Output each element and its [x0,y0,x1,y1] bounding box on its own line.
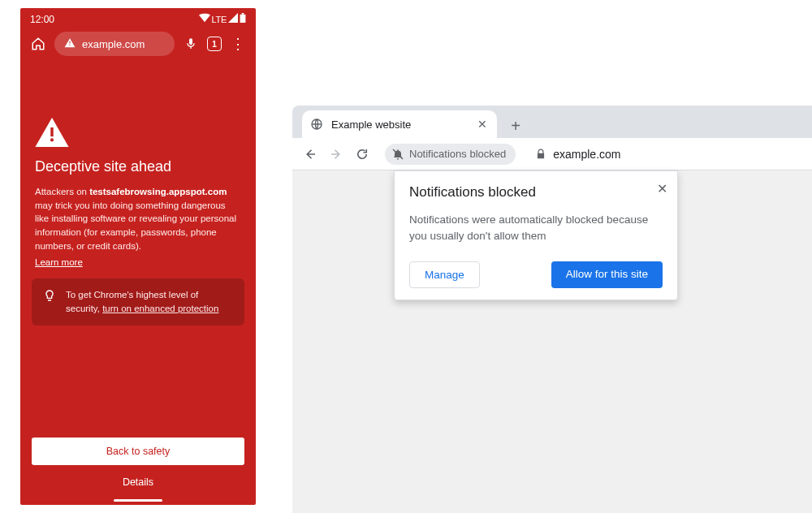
notifications-blocked-chip[interactable]: Notifications blocked [385,144,516,165]
omnibar: example.com 1 ⋮ [20,27,256,61]
back-icon[interactable] [302,146,318,162]
close-icon[interactable]: ✕ [657,181,667,196]
page-content: ✕ Notifications blocked Notifications we… [292,170,812,513]
home-icon[interactable] [30,36,46,52]
allow-button[interactable]: Allow for this site [551,261,663,288]
tab-count[interactable]: 1 [207,37,222,51]
svg-rect-0 [240,15,246,23]
warning-triangle-icon [35,118,69,147]
lte-label: LTE [212,15,227,24]
back-to-safety-button[interactable]: Back to safety [32,438,244,465]
svg-point-3 [50,138,54,141]
details-button[interactable]: Details [20,465,256,499]
globe-icon [310,118,323,131]
address-bar[interactable]: example.com [535,148,620,161]
lightbulb-icon [43,289,56,302]
wifi-icon [199,13,210,25]
mobile-warning-screen: 12:00 LTE example.com 1 ⋮ [20,8,256,505]
svg-rect-1 [242,13,244,15]
clock: 12:00 [30,14,54,25]
battery-icon [240,13,246,25]
url-bar[interactable]: example.com [54,32,175,56]
popover-body: Notifications were automatically blocked… [409,212,663,244]
notifications-blocked-popover: ✕ Notifications blocked Notifications we… [394,170,678,300]
bell-off-icon [391,148,404,161]
url-text: example.com [82,38,145,50]
toolbar: Notifications blocked example.com [292,138,812,170]
warning-headline: Deceptive site ahead [35,158,241,175]
reload-icon[interactable] [354,146,370,162]
address-text: example.com [553,148,620,161]
lock-icon [535,149,546,160]
learn-more-link[interactable]: Learn more [35,257,241,267]
tab-strip: Example website ✕ + [292,106,812,138]
forward-icon[interactable] [328,146,344,162]
desktop-chrome-window: Example website ✕ + Notifications blocke… [292,106,812,513]
more-icon[interactable]: ⋮ [230,36,246,52]
signal-icon [228,13,238,25]
home-indicator[interactable] [114,499,162,502]
warning-body: Attackers on testsafebrowsing.appspot.co… [35,185,241,252]
enhanced-protection-tip[interactable]: To get Chrome's highest level of securit… [32,278,244,325]
warning-icon [64,37,76,51]
new-tab-button[interactable]: + [503,114,528,138]
status-bar: 12:00 LTE [20,8,256,27]
chip-label: Notifications blocked [409,148,506,160]
manage-button[interactable]: Manage [409,261,480,288]
browser-tab[interactable]: Example website ✕ [302,110,497,138]
svg-rect-2 [50,127,53,136]
popover-title: Notifications blocked [409,184,663,200]
close-tab-icon[interactable]: ✕ [477,118,487,131]
mic-icon[interactable] [183,36,199,52]
tab-title: Example website [331,119,411,131]
